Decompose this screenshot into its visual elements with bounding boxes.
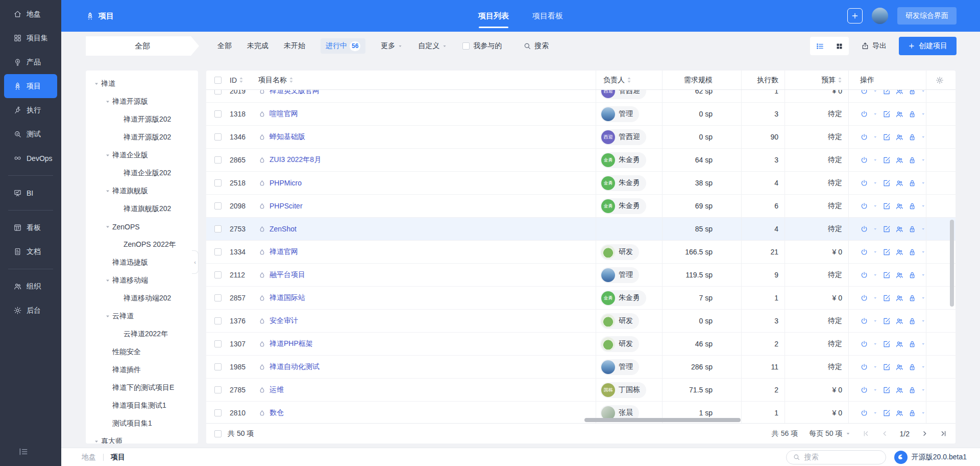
tree-node[interactable]: 禅道移动端202 bbox=[86, 289, 198, 307]
power-icon[interactable] bbox=[860, 225, 868, 234]
caret-down-icon[interactable] bbox=[921, 249, 926, 254]
tree-caret-icon[interactable] bbox=[103, 314, 112, 319]
team-icon[interactable] bbox=[895, 248, 903, 257]
sidebar-item-rocket[interactable]: 项目 bbox=[4, 74, 57, 98]
lock-icon[interactable] bbox=[908, 386, 916, 394]
caret-down-icon[interactable] bbox=[873, 134, 878, 139]
lock-icon[interactable] bbox=[908, 340, 916, 348]
next-page-button[interactable] bbox=[921, 430, 928, 437]
project-name-link[interactable]: 禅道PHP框架 bbox=[270, 339, 313, 348]
project-name-link[interactable]: PHPMicro bbox=[270, 179, 302, 187]
row-checkbox[interactable] bbox=[214, 110, 222, 118]
column-header-executions[interactable]: 执行数 bbox=[741, 71, 785, 89]
lock-icon[interactable] bbox=[908, 317, 916, 325]
power-icon[interactable] bbox=[860, 409, 868, 417]
filter-进行中[interactable]: 进行中56 bbox=[321, 38, 365, 54]
caret-down-icon[interactable] bbox=[921, 272, 926, 277]
caret-down-icon[interactable] bbox=[873, 203, 878, 208]
tree-node[interactable]: 禅道开源版202 bbox=[86, 110, 198, 128]
power-icon[interactable] bbox=[860, 271, 868, 279]
caret-down-icon[interactable] bbox=[921, 410, 926, 415]
team-icon[interactable] bbox=[895, 317, 903, 325]
caret-down-icon[interactable] bbox=[873, 226, 878, 231]
tree-caret-icon[interactable] bbox=[103, 99, 112, 104]
edit-icon[interactable] bbox=[883, 156, 891, 165]
owner-pill[interactable]: 金勇朱金勇 bbox=[600, 152, 646, 168]
owner-pill[interactable]: 管理 bbox=[600, 267, 639, 283]
global-add-button[interactable] bbox=[847, 8, 863, 24]
lock-icon[interactable] bbox=[908, 133, 916, 142]
tree-node[interactable]: 禅道旗舰版 bbox=[86, 182, 198, 200]
last-page-button[interactable] bbox=[940, 430, 947, 437]
caret-down-icon[interactable] bbox=[921, 180, 926, 185]
team-icon[interactable] bbox=[895, 340, 903, 348]
row-checkbox[interactable] bbox=[214, 271, 222, 278]
caret-down-icon[interactable] bbox=[921, 295, 926, 300]
project-name-link[interactable]: 安全审计 bbox=[270, 316, 298, 325]
sidebar-item-product[interactable]: 产品 bbox=[4, 50, 57, 74]
tree-caret-icon[interactable] bbox=[103, 278, 112, 283]
column-header-id[interactable]: ID bbox=[230, 76, 258, 84]
power-icon[interactable] bbox=[860, 248, 868, 257]
footer-select-checkbox[interactable] bbox=[214, 430, 222, 437]
owner-pill[interactable]: 研发 bbox=[600, 313, 639, 329]
project-name-link[interactable]: 禅道官网 bbox=[270, 247, 298, 257]
edit-icon[interactable] bbox=[883, 202, 891, 211]
owner-pill[interactable]: 金勇朱金勇 bbox=[600, 198, 646, 214]
tree-node[interactable]: 性能安全 bbox=[86, 343, 198, 361]
toolbar-search[interactable]: 搜索 bbox=[523, 41, 549, 51]
edit-icon[interactable] bbox=[883, 271, 891, 279]
tree-node[interactable]: 禅道 bbox=[86, 75, 198, 92]
owner-pill[interactable]: 西迎管西迎 bbox=[600, 129, 646, 145]
edit-icon[interactable] bbox=[883, 225, 891, 234]
tree-node[interactable]: 禅道下的测试项目E bbox=[86, 379, 198, 397]
row-checkbox[interactable] bbox=[214, 340, 222, 347]
tree-caret-icon[interactable] bbox=[103, 224, 112, 229]
power-icon[interactable] bbox=[860, 133, 868, 142]
row-checkbox[interactable] bbox=[214, 225, 222, 232]
power-icon[interactable] bbox=[860, 363, 868, 371]
export-button[interactable]: 导出 bbox=[861, 41, 887, 51]
lock-icon[interactable] bbox=[908, 110, 916, 119]
lock-icon[interactable] bbox=[908, 294, 916, 302]
lock-icon[interactable] bbox=[908, 202, 916, 211]
power-icon[interactable] bbox=[860, 202, 868, 211]
power-icon[interactable] bbox=[860, 340, 868, 348]
row-checkbox[interactable] bbox=[214, 409, 222, 416]
first-page-button[interactable] bbox=[862, 430, 870, 437]
prev-page-button[interactable] bbox=[881, 430, 889, 437]
per-page-select[interactable]: 每页 50 项 bbox=[809, 429, 850, 438]
tree-node[interactable]: ZenOPS 2022年 bbox=[86, 236, 198, 253]
sidebar-collapse-button[interactable] bbox=[0, 441, 61, 462]
edit-icon[interactable] bbox=[883, 386, 891, 394]
version-info[interactable]: 开源版20.0.beta1 bbox=[894, 451, 967, 464]
column-header-budget[interactable]: 预算 bbox=[785, 71, 848, 89]
tree-node[interactable]: 禅道旗舰版202 bbox=[86, 200, 198, 218]
lock-icon[interactable] bbox=[908, 271, 916, 279]
team-icon[interactable] bbox=[895, 202, 903, 211]
tree-node[interactable]: 真大师 bbox=[86, 432, 198, 444]
edit-icon[interactable] bbox=[883, 133, 891, 142]
power-icon[interactable] bbox=[860, 317, 868, 325]
sidebar-item-execution[interactable]: 执行 bbox=[4, 98, 57, 122]
caret-down-icon[interactable] bbox=[873, 295, 878, 300]
caret-down-icon[interactable] bbox=[873, 272, 878, 277]
sidebar-item-admin[interactable]: 后台 bbox=[4, 298, 57, 322]
owner-pill[interactable]: 管理 bbox=[600, 359, 639, 375]
lock-icon[interactable] bbox=[908, 248, 916, 257]
caret-down-icon[interactable] bbox=[873, 318, 878, 323]
sidebar-item-grid[interactable]: 项目集 bbox=[4, 26, 57, 50]
involved-filter[interactable]: 我参与的 bbox=[462, 41, 502, 51]
project-name-link[interactable]: ZUI3 2022年8月 bbox=[270, 155, 321, 165]
power-icon[interactable] bbox=[860, 179, 868, 188]
tree-caret-icon[interactable] bbox=[103, 189, 112, 194]
tree-node[interactable]: 禅道移动端 bbox=[86, 271, 198, 289]
caret-down-icon[interactable] bbox=[921, 318, 926, 323]
caret-down-icon[interactable] bbox=[873, 111, 878, 116]
user-avatar[interactable] bbox=[872, 8, 888, 24]
column-header-scale[interactable]: 需求规模 bbox=[662, 71, 741, 89]
edit-icon[interactable] bbox=[883, 90, 891, 96]
caret-down-icon[interactable] bbox=[921, 341, 926, 346]
row-checkbox[interactable] bbox=[214, 363, 222, 370]
caret-down-icon[interactable] bbox=[921, 364, 926, 369]
